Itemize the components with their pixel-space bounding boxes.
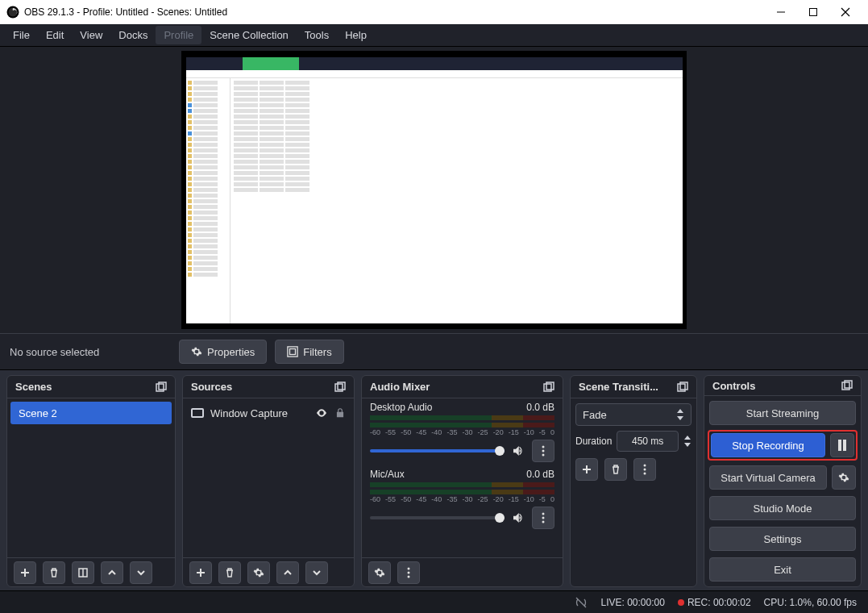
- properties-button[interactable]: Properties: [179, 340, 267, 364]
- close-button[interactable]: [829, 0, 862, 24]
- svg-point-39: [644, 473, 646, 475]
- window-title: OBS 29.1.3 - Profile: Untitled - Scenes:…: [24, 6, 765, 18]
- svg-point-27: [408, 571, 410, 573]
- svg-rect-7: [290, 349, 296, 355]
- preview-area[interactable]: [0, 47, 868, 333]
- svg-marker-31: [677, 409, 683, 413]
- svg-marker-34: [684, 443, 691, 447]
- svg-marker-33: [684, 436, 691, 440]
- scene-filter-button[interactable]: [72, 561, 94, 584]
- add-source-button[interactable]: [189, 561, 212, 584]
- virtual-camera-settings-button[interactable]: [832, 465, 856, 490]
- channel-menu-button[interactable]: [532, 440, 554, 462]
- menu-profile[interactable]: Profile: [156, 26, 201, 44]
- live-time: LIVE: 00:00:00: [600, 597, 664, 608]
- meter-ticks: -60-55-50-45-40-35-30-25-20-15-10-50: [370, 495, 554, 503]
- popout-icon[interactable]: [334, 382, 346, 393]
- speaker-icon[interactable]: [511, 511, 525, 525]
- scene-name: Scene 2: [19, 407, 57, 419]
- source-settings-button[interactable]: [247, 561, 270, 584]
- controls-title: Controls: [712, 380, 755, 392]
- maximize-button[interactable]: [797, 0, 829, 24]
- meter-ticks: -60-55-50-45-40-35-30-25-20-15-10-50: [370, 428, 554, 436]
- minimize-button[interactable]: [765, 0, 797, 24]
- status-bar: LIVE: 00:00:00 REC: 00:00:02 CPU: 1.0%, …: [0, 590, 868, 613]
- source-name: Window Capture: [210, 407, 309, 419]
- svg-rect-6: [288, 347, 297, 357]
- menu-edit[interactable]: Edit: [38, 26, 72, 44]
- popout-icon[interactable]: [543, 382, 554, 393]
- menu-docks[interactable]: Docks: [110, 26, 156, 44]
- properties-label: Properties: [207, 346, 255, 358]
- remove-source-button[interactable]: [218, 561, 241, 584]
- source-down-button[interactable]: [305, 561, 328, 584]
- svg-point-21: [542, 450, 545, 452]
- svg-point-22: [542, 454, 545, 457]
- popout-icon[interactable]: [841, 380, 853, 391]
- volume-slider[interactable]: [370, 516, 505, 519]
- menu-tools[interactable]: Tools: [297, 26, 337, 44]
- menu-help[interactable]: Help: [337, 26, 375, 44]
- audio-meter: [370, 415, 554, 420]
- svg-rect-3: [810, 9, 817, 16]
- stop-recording-button[interactable]: Stop Recording: [711, 433, 825, 457]
- scene-down-button[interactable]: [130, 561, 152, 584]
- remove-transition-button[interactable]: [604, 458, 627, 481]
- svg-marker-32: [677, 416, 683, 420]
- add-scene-button[interactable]: [14, 561, 36, 584]
- transition-menu-button[interactable]: [633, 458, 656, 481]
- studio-mode-button[interactable]: Studio Mode: [709, 496, 856, 520]
- filters-label: Filters: [303, 346, 331, 358]
- svg-point-24: [542, 517, 545, 519]
- speaker-icon[interactable]: [511, 444, 525, 458]
- add-transition-button[interactable]: [575, 458, 598, 481]
- mixer-menu-button[interactable]: [397, 561, 420, 584]
- gear-icon: [191, 346, 202, 357]
- menu-view[interactable]: View: [72, 26, 110, 44]
- source-toolbar: No source selected Properties Filters: [0, 333, 868, 370]
- filters-button[interactable]: Filters: [275, 340, 343, 364]
- audio-meter: [370, 423, 554, 427]
- updown-icon[interactable]: [683, 436, 691, 447]
- audio-mixer-dock: Audio Mixer Desktop Audio0.0 dB -60-55-5…: [361, 375, 563, 587]
- channel-menu-button[interactable]: [532, 507, 554, 529]
- svg-rect-42: [838, 440, 841, 451]
- visibility-toggle[interactable]: [315, 407, 328, 419]
- mixer-settings-button[interactable]: [368, 561, 391, 584]
- duration-spinner[interactable]: 450 ms: [617, 431, 679, 452]
- scene-item[interactable]: Scene 2: [10, 402, 172, 424]
- popout-icon[interactable]: [156, 382, 167, 393]
- menu-file[interactable]: File: [5, 26, 38, 44]
- channel-level: 0.0 dB: [526, 402, 554, 413]
- popout-icon[interactable]: [677, 382, 688, 393]
- transition-selected: Fade: [583, 409, 607, 421]
- start-virtual-camera-button[interactable]: Start Virtual Camera: [709, 465, 827, 490]
- captured-window-preview: [186, 57, 683, 323]
- menu-scene-collection[interactable]: Scene Collection: [201, 26, 297, 44]
- mixer-channel-desktop: Desktop Audio0.0 dB -60-55-50-45-40-35-3…: [365, 402, 559, 462]
- filters-icon: [287, 346, 298, 357]
- pause-recording-button[interactable]: [830, 433, 854, 457]
- transition-select[interactable]: Fade: [575, 403, 691, 426]
- window-titlebar: OBS 29.1.3 - Profile: Untitled - Scenes:…: [0, 0, 868, 24]
- channel-name: Desktop Audio: [370, 402, 432, 413]
- svg-rect-43: [843, 440, 846, 451]
- scene-up-button[interactable]: [101, 561, 123, 584]
- stream-status-icon: [575, 596, 588, 609]
- exit-button[interactable]: Exit: [709, 557, 856, 582]
- docks-row: Scenes Scene 2 Sources Window Capture: [0, 370, 868, 590]
- source-up-button[interactable]: [276, 561, 299, 584]
- volume-slider[interactable]: [370, 449, 505, 452]
- start-streaming-button[interactable]: Start Streaming: [709, 401, 856, 425]
- mixer-channel-mic: Mic/Aux0.0 dB -60-55-50-45-40-35-30-25-2…: [365, 469, 559, 529]
- source-item[interactable]: Window Capture: [186, 402, 351, 424]
- transitions-dock: Scene Transiti... Fade Duration 450 ms: [570, 375, 697, 587]
- sources-title: Sources: [191, 381, 232, 393]
- remove-scene-button[interactable]: [43, 561, 65, 584]
- transitions-title: Scene Transiti...: [579, 381, 658, 393]
- lock-toggle[interactable]: [334, 407, 346, 419]
- no-source-label: No source selected: [10, 346, 171, 358]
- window-capture-icon: [191, 408, 204, 418]
- settings-button[interactable]: Settings: [709, 527, 856, 551]
- svg-point-28: [408, 575, 410, 578]
